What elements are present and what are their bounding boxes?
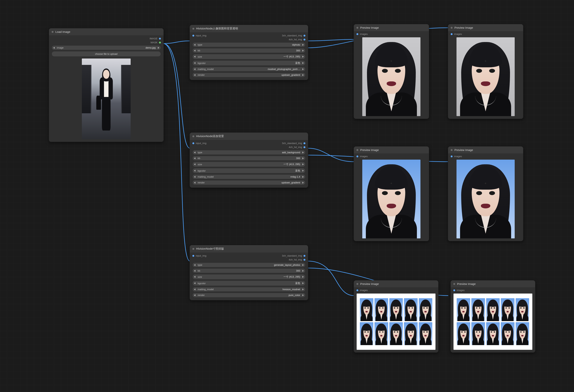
chevron-left-icon[interactable] bbox=[194, 289, 195, 290]
node-hivision-idphoto[interactable]: HivisionNode人像抠图和背景透明 input_img 3ch_stan… bbox=[190, 25, 308, 80]
chevron-left-icon[interactable] bbox=[194, 163, 195, 165]
node-header[interactable]: Preview Image bbox=[354, 280, 438, 287]
chevron-left-icon[interactable] bbox=[194, 74, 195, 76]
input-port-img[interactable]: input_img bbox=[192, 34, 206, 37]
widget-bgcolor[interactable]: bgcolor蓝色 bbox=[192, 60, 305, 66]
chevron-left-icon[interactable] bbox=[194, 62, 195, 64]
chevron-right-icon[interactable] bbox=[302, 56, 304, 58]
output-port-mask[interactable]: MASK bbox=[150, 41, 161, 44]
chevron-left-icon[interactable] bbox=[194, 264, 195, 266]
chevron-right-icon[interactable] bbox=[158, 47, 159, 49]
widget-matting_model[interactable]: matting_modelrmbg-1.4 bbox=[192, 175, 305, 179]
chevron-right-icon[interactable] bbox=[302, 68, 304, 70]
input-port-images[interactable]: images bbox=[451, 155, 520, 158]
chevron-right-icon[interactable] bbox=[302, 157, 304, 159]
widget-render[interactable]: renderpure_color bbox=[192, 293, 305, 297]
output-port-hd[interactable]: 4ch_hd_img bbox=[289, 38, 305, 41]
node-load-image[interactable]: Load Image IMAGE MASK bbox=[49, 28, 164, 142]
node-header[interactable]: Preview Image bbox=[448, 24, 523, 31]
chevron-right-icon[interactable] bbox=[302, 294, 304, 296]
output-port-hd[interactable]: 4ch_hd_img bbox=[289, 258, 305, 261]
collapse-dot-icon[interactable] bbox=[356, 283, 358, 285]
input-port-img[interactable]: input_img bbox=[192, 254, 206, 257]
widget-render[interactable]: renderupdown_gradient bbox=[192, 73, 305, 77]
collapse-dot-icon[interactable] bbox=[356, 27, 358, 29]
node-header[interactable]: Preview Image bbox=[451, 280, 535, 287]
chevron-right-icon[interactable] bbox=[302, 152, 304, 154]
widget-kb[interactable]: kb300 bbox=[192, 268, 305, 273]
output-port-hd[interactable]: 4ch_hd_img bbox=[289, 146, 305, 149]
chevron-left-icon[interactable] bbox=[194, 182, 195, 184]
chevron-left-icon[interactable] bbox=[194, 276, 195, 278]
chevron-left-icon[interactable] bbox=[194, 270, 195, 272]
chevron-left-icon[interactable] bbox=[194, 50, 195, 52]
node-preview-2b[interactable]: Preview Image images ✦ bbox=[448, 146, 523, 241]
collapse-dot-icon[interactable] bbox=[192, 248, 194, 250]
preview-image[interactable]: ✦ bbox=[362, 160, 420, 238]
node-hivision-addbg[interactable]: HivisionNode添加背景 input_img 3ch_standard_… bbox=[190, 132, 308, 188]
node-hivision-layout[interactable]: HivisionNode寸照排版 input_img 3ch_standard_… bbox=[190, 245, 308, 300]
node-preview-3b[interactable]: Preview Image images bbox=[451, 280, 535, 353]
collapse-dot-icon[interactable] bbox=[192, 136, 194, 137]
chevron-left-icon[interactable] bbox=[194, 152, 195, 154]
widget-size[interactable]: size一寸 (413, 295) bbox=[192, 274, 305, 279]
output-port-std[interactable]: 3ch_standard_img bbox=[282, 34, 305, 37]
node-preview-1a[interactable]: Preview Image images ✦ bbox=[354, 24, 429, 119]
collapse-dot-icon[interactable] bbox=[451, 27, 452, 29]
output-port-std[interactable]: 3ch_standard_img bbox=[282, 142, 305, 145]
chevron-left-icon[interactable] bbox=[194, 170, 195, 172]
chevron-right-icon[interactable] bbox=[302, 176, 304, 178]
preview-image[interactable] bbox=[453, 294, 532, 350]
collapse-dot-icon[interactable] bbox=[192, 28, 194, 30]
widget-render[interactable]: renderupdown_gradient bbox=[192, 180, 305, 185]
chevron-right-icon[interactable] bbox=[302, 50, 304, 52]
chevron-right-icon[interactable] bbox=[302, 289, 304, 290]
chevron-right-icon[interactable] bbox=[302, 276, 304, 278]
preview-image[interactable]: ✦ bbox=[362, 37, 420, 116]
chevron-right-icon[interactable] bbox=[302, 163, 304, 165]
preview-image[interactable]: ✦ bbox=[456, 160, 515, 238]
upload-button[interactable]: choose file to upload bbox=[52, 51, 161, 57]
node-header[interactable]: HivisionNode添加背景 bbox=[190, 133, 308, 140]
chevron-left-icon[interactable] bbox=[194, 157, 195, 159]
widget-kb[interactable]: kb300 bbox=[192, 48, 305, 53]
node-header[interactable]: Preview Image bbox=[354, 24, 429, 31]
input-port-images[interactable]: images bbox=[356, 155, 426, 158]
chevron-left-icon[interactable] bbox=[194, 176, 195, 178]
chevron-left-icon[interactable] bbox=[194, 294, 195, 296]
widget-type[interactable]: typeidphoto bbox=[192, 42, 305, 47]
chevron-right-icon[interactable] bbox=[302, 44, 304, 46]
chevron-right-icon[interactable] bbox=[302, 62, 304, 64]
collapse-dot-icon[interactable] bbox=[451, 149, 452, 151]
input-port-images[interactable]: images bbox=[451, 33, 520, 36]
input-port-images[interactable]: images bbox=[356, 33, 426, 36]
collapse-dot-icon[interactable] bbox=[52, 31, 54, 33]
collapse-dot-icon[interactable] bbox=[453, 283, 455, 285]
widget-size[interactable]: size一寸 (413, 295) bbox=[192, 54, 305, 59]
widget-bgcolor[interactable]: bgcolor蓝色 bbox=[192, 281, 305, 286]
widget-matting_model[interactable]: matting_modelhivision_modnet bbox=[192, 287, 305, 292]
widget-bgcolor[interactable]: bgcolor蓝色 bbox=[192, 168, 305, 173]
chevron-right-icon[interactable] bbox=[302, 270, 304, 272]
node-header[interactable]: Preview Image bbox=[354, 146, 429, 154]
collapse-dot-icon[interactable] bbox=[356, 149, 358, 151]
chevron-left-icon[interactable] bbox=[194, 282, 195, 284]
node-preview-3a[interactable]: Preview Image images bbox=[354, 280, 438, 353]
output-port-std[interactable]: 3ch_standard_img bbox=[282, 254, 305, 257]
node-header[interactable]: HivisionNode寸照排版 bbox=[190, 245, 308, 253]
chevron-right-icon[interactable] bbox=[302, 170, 304, 172]
preview-image[interactable]: ✦ bbox=[456, 37, 515, 116]
chevron-right-icon[interactable] bbox=[302, 282, 304, 284]
input-port-images[interactable]: images bbox=[453, 289, 533, 292]
widget-type[interactable]: typegenerate_layout_photos bbox=[192, 263, 305, 267]
preview-image[interactable] bbox=[357, 294, 435, 350]
widget-type[interactable]: typeadd_background bbox=[192, 150, 305, 155]
node-preview-2a[interactable]: Preview Image images ✦ bbox=[354, 146, 429, 241]
source-image-preview[interactable] bbox=[82, 59, 131, 139]
chevron-left-icon[interactable] bbox=[53, 47, 55, 49]
widget-matting_model[interactable]: matting_modelmodnet_photographic_portr… bbox=[192, 67, 305, 71]
chevron-right-icon[interactable] bbox=[302, 74, 304, 76]
node-header[interactable]: Load Image bbox=[49, 28, 164, 35]
chevron-left-icon[interactable] bbox=[194, 68, 195, 70]
chevron-left-icon[interactable] bbox=[194, 56, 195, 58]
